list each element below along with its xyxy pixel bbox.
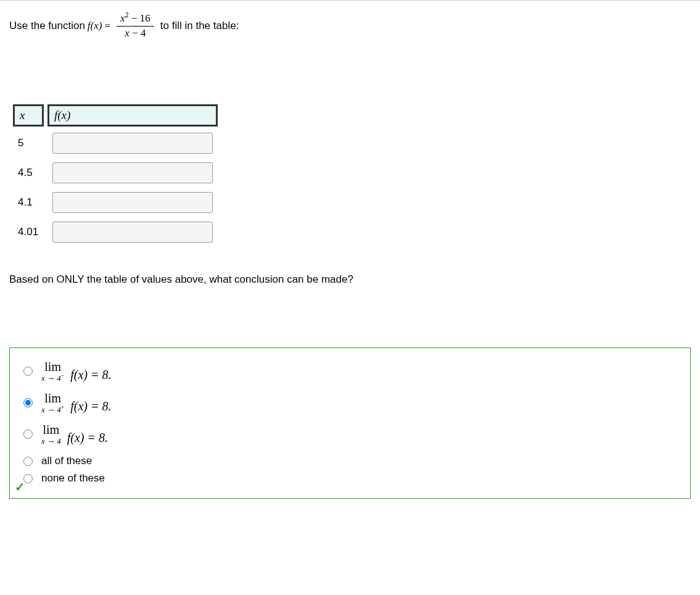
option-1-to: x → 4 [41, 373, 61, 383]
option-5-text: none of these [41, 472, 105, 485]
option-4-text: all of these [41, 455, 92, 467]
option-1-radio[interactable] [23, 367, 33, 376]
conclusion-question: Based on ONLY the table of values above,… [9, 273, 691, 286]
fx-input-2[interactable] [52, 192, 213, 213]
values-table: x f(x) 5 4.5 4.1 [9, 101, 221, 249]
x-value: 4.1 [13, 189, 44, 215]
option-3-fxeq: f(x) = 8. [67, 431, 108, 445]
table-row: 4.5 [13, 160, 218, 186]
option-2-fxeq: f(x) = 8. [70, 399, 111, 414]
table-header-x: x [13, 104, 44, 127]
option-3-radio[interactable] [23, 430, 33, 439]
question-prompt: Use the function f(x) = x2 − 16 x − 4 to… [9, 13, 691, 39]
answer-panel: lim x → 4− f(x) = 8. lim x → 4+ f(x) = 8… [9, 347, 691, 499]
option-2-to: x → 4 [41, 405, 61, 414]
option-1-sup: − [61, 372, 65, 379]
fx-input-3[interactable] [52, 222, 213, 243]
table-row: 4.01 [13, 219, 218, 245]
prompt-eq: = [104, 20, 110, 32]
option-2-radio[interactable] [23, 398, 33, 407]
option-2-lim: lim [44, 392, 61, 404]
fx-input-0[interactable] [52, 133, 213, 154]
option-3[interactable]: lim x → 4 f(x) = 8. [23, 423, 677, 445]
option-4[interactable]: all of these [23, 455, 677, 467]
correct-check-icon: ✓ [15, 480, 25, 494]
option-1-lim: lim [44, 360, 61, 373]
option-3-to: x → 4 [41, 436, 61, 446]
table-row: 4.1 [13, 189, 218, 215]
option-4-radio[interactable] [23, 457, 33, 466]
x-value: 4.5 [13, 160, 44, 186]
option-5[interactable]: none of these [23, 472, 677, 485]
option-2-sup: + [61, 404, 65, 410]
option-1-fxeq: f(x) = 8. [70, 368, 111, 382]
table-header-fx: f(x) [47, 104, 218, 127]
frac-den-x: x [125, 27, 130, 39]
prompt-before: Use the function [9, 20, 85, 32]
prompt-after: to fill in the table: [160, 20, 239, 32]
x-value: 5 [13, 130, 44, 156]
frac-den-rest: − 4 [130, 27, 146, 39]
option-2[interactable]: lim x → 4+ f(x) = 8. [23, 392, 677, 414]
table-row: 5 [13, 130, 218, 156]
prompt-fraction: x2 − 16 x − 4 [117, 13, 154, 39]
frac-num-x: x [120, 12, 125, 24]
x-value: 4.01 [13, 219, 44, 245]
fx-input-1[interactable] [52, 162, 213, 183]
option-1[interactable]: lim x → 4− f(x) = 8. [23, 360, 677, 382]
frac-num-rest: − 16 [129, 12, 150, 24]
option-3-lim: lim [43, 423, 60, 436]
prompt-fx: f(x) [88, 20, 102, 32]
